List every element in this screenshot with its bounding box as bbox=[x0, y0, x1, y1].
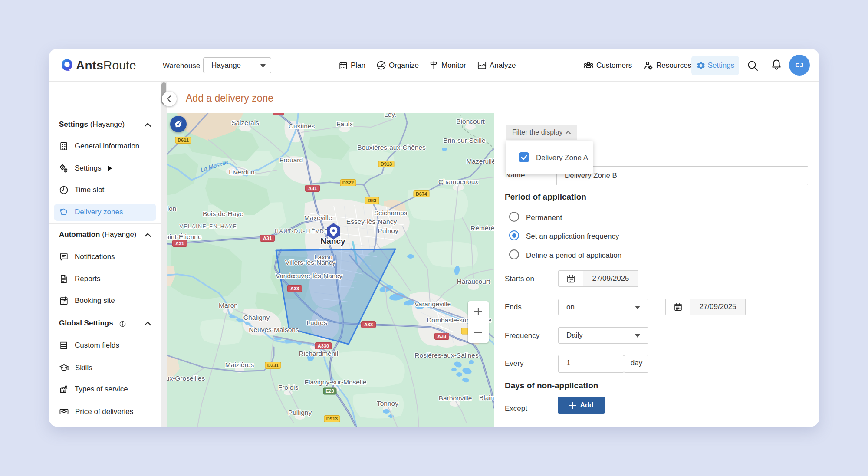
svg-text:Liverdun: Liverdun bbox=[229, 168, 254, 176]
svg-text:D913: D913 bbox=[381, 161, 392, 167]
svg-text:Pulligny: Pulligny bbox=[288, 409, 312, 416]
svg-text:Richardménil: Richardménil bbox=[299, 350, 338, 357]
svg-text:Haraucourt: Haraucourt bbox=[457, 278, 490, 285]
svg-text:A31: A31 bbox=[175, 241, 184, 246]
svg-text:Frolois: Frolois bbox=[278, 384, 299, 391]
svg-text:Faulx: Faulx bbox=[336, 120, 353, 128]
svg-text:A31: A31 bbox=[308, 186, 317, 191]
svg-text:Frouard: Frouard bbox=[279, 156, 303, 164]
svg-text:A33: A33 bbox=[290, 286, 299, 291]
svg-text:Vandœuvre-lès-Nancy: Vandœuvre-lès-Nancy bbox=[276, 272, 342, 279]
svg-text:Saizerais: Saizerais bbox=[231, 119, 259, 126]
svg-text:Essey-lès-Nancy: Essey-lès-Nancy bbox=[346, 218, 397, 225]
svg-text:Barbonville: Barbonville bbox=[439, 394, 472, 402]
svg-text:Ley.: Ley. bbox=[384, 113, 396, 118]
svg-text:D331: D331 bbox=[267, 363, 279, 368]
svg-text:Saint-Étienne: Saint-Étienne bbox=[167, 233, 202, 240]
svg-text:Maizières: Maizières bbox=[225, 361, 254, 368]
svg-text:Réméréville: Réméréville bbox=[470, 224, 494, 232]
svg-text:Villers-lès-Nancy: Villers-lès-Nancy bbox=[285, 259, 335, 266]
svg-text:A33: A33 bbox=[364, 322, 373, 327]
svg-text:Bouxières-aux-Chênes: Bouxières-aux-Chênes bbox=[357, 144, 426, 151]
svg-text:Varangéville: Varangéville bbox=[414, 300, 451, 308]
svg-text:lon: lon bbox=[168, 205, 177, 212]
svg-text:D83: D83 bbox=[368, 198, 376, 203]
svg-text:D674: D674 bbox=[416, 191, 427, 197]
svg-text:Brin-sur-Seille: Brin-sur-Seille bbox=[443, 137, 485, 144]
svg-text:ux-Groseilles: ux-Groseilles bbox=[167, 374, 205, 382]
svg-text:Blainv: Blainv bbox=[479, 394, 494, 401]
svg-text:A31: A31 bbox=[263, 236, 272, 241]
svg-text:Maron: Maron bbox=[219, 302, 238, 309]
svg-text:Neuves-Maisons: Neuves-Maisons bbox=[249, 326, 299, 333]
svg-text:VELAINE-EN-HAYE: VELAINE-EN-HAYE bbox=[180, 223, 237, 230]
svg-text:Pulnoy: Pulnoy bbox=[378, 227, 398, 234]
svg-text:Chaligny: Chaligny bbox=[243, 314, 270, 321]
svg-text:Ludres: Ludres bbox=[306, 319, 327, 326]
svg-text:Champenoux: Champenoux bbox=[438, 178, 478, 185]
svg-text:Dombasle-sur-: Dombasle-sur- bbox=[427, 316, 471, 324]
svg-text:A33: A33 bbox=[437, 334, 446, 339]
svg-text:Custines: Custines bbox=[289, 122, 315, 130]
svg-text:A330: A330 bbox=[318, 343, 329, 348]
svg-text:Tonnoy: Tonnoy bbox=[377, 400, 398, 407]
svg-text:E23: E23 bbox=[326, 388, 334, 394]
svg-text:Maxéville: Maxéville bbox=[304, 214, 332, 221]
svg-text:HAUT-DU-LIÈVRE: HAUT-DU-LIÈVRE bbox=[275, 228, 329, 234]
svg-text:Seichamps: Seichamps bbox=[374, 209, 408, 217]
svg-text:Flavigny-sur-Moselle: Flavigny-sur-Moselle bbox=[305, 378, 367, 386]
svg-text:D611: D611 bbox=[178, 138, 189, 143]
svg-text:Mazerullé: Mazerullé bbox=[466, 158, 494, 165]
svg-text:D322: D322 bbox=[342, 180, 354, 185]
svg-text:Bioncourt: Bioncourt bbox=[456, 118, 485, 125]
svg-text:Rosières-aux-Salines: Rosières-aux-Salines bbox=[414, 351, 479, 359]
svg-text:Bois-de-Haye: Bois-de-Haye bbox=[203, 210, 243, 217]
svg-text:D913: D913 bbox=[326, 416, 338, 421]
